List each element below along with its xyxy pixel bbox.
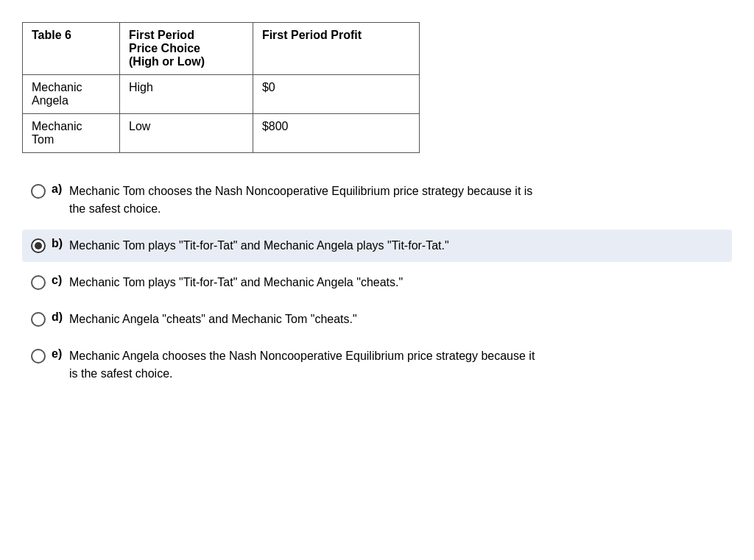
table-row-2: MechanicTom Low $800 — [23, 114, 420, 153]
row2-col2: $800 — [253, 114, 419, 153]
option-a[interactable]: a) Mechanic Tom chooses the Nash Noncoop… — [22, 175, 732, 225]
row2-label: MechanicTom — [23, 114, 120, 153]
option-c-text: Mechanic Tom plays "Tit-for-Tat" and Mec… — [69, 274, 403, 291]
radio-a[interactable] — [31, 184, 46, 199]
col2-header: First Period Profit — [253, 23, 419, 75]
row1-label: MechanicAngela — [23, 75, 120, 114]
radio-c[interactable] — [31, 275, 46, 290]
option-d-text: Mechanic Angela "cheats" and Mechanic To… — [69, 311, 357, 328]
radio-d[interactable] — [31, 312, 46, 327]
option-e[interactable]: e) Mechanic Angela chooses the Nash Nonc… — [22, 340, 732, 390]
table-header-row: Table 6 First PeriodPrice Choice(High or… — [23, 23, 420, 75]
options-container: a) Mechanic Tom chooses the Nash Noncoop… — [22, 175, 732, 390]
option-b[interactable]: b) Mechanic Tom plays "Tit-for-Tat" and … — [22, 230, 732, 262]
option-d[interactable]: d) Mechanic Angela "cheats" and Mechanic… — [22, 303, 732, 336]
radio-b[interactable] — [31, 238, 46, 253]
radio-e[interactable] — [31, 349, 46, 364]
option-c-label: c) — [52, 274, 66, 287]
data-table: Table 6 First PeriodPrice Choice(High or… — [22, 22, 420, 153]
row2-col1: Low — [120, 114, 253, 153]
option-e-text: Mechanic Angela chooses the Nash Noncoop… — [69, 347, 535, 383]
col1-header: First PeriodPrice Choice(High or Low) — [120, 23, 253, 75]
row1-col2: $0 — [253, 75, 419, 114]
option-a-label: a) — [52, 182, 66, 196]
radio-b-dot — [35, 242, 42, 249]
option-e-label: e) — [52, 347, 66, 361]
option-c[interactable]: c) Mechanic Tom plays "Tit-for-Tat" and … — [22, 266, 732, 299]
row1-col1: High — [120, 75, 253, 114]
option-d-label: d) — [52, 311, 66, 324]
table-container: Table 6 First PeriodPrice Choice(High or… — [22, 22, 732, 153]
option-b-label: b) — [52, 237, 66, 250]
option-b-text: Mechanic Tom plays "Tit-for-Tat" and Mec… — [69, 237, 449, 255]
option-a-text: Mechanic Tom chooses the Nash Noncoopera… — [69, 182, 532, 218]
table-row-1: MechanicAngela High $0 — [23, 75, 420, 114]
table-label-cell: Table 6 — [23, 23, 120, 75]
